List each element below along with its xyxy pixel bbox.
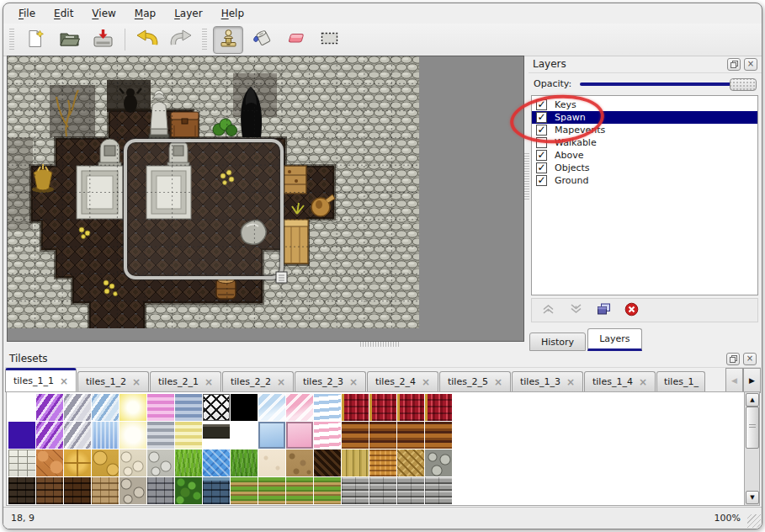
tab-close-icon[interactable]: × [422, 378, 430, 386]
tile-grass-bright[interactable] [175, 450, 202, 476]
tile-panel-pink[interactable] [286, 422, 313, 449]
layer-visibility-checkbox[interactable] [536, 137, 547, 148]
layer-row-walkable[interactable]: Walkable [532, 136, 757, 149]
layer-row-ground[interactable]: ✓Ground [532, 174, 757, 187]
tile-path-grass[interactable] [286, 477, 313, 504]
map-canvas[interactable] [8, 56, 419, 328]
tile-stone-blocks[interactable] [8, 450, 35, 476]
tileset-tab-tiles_2_3[interactable]: tiles_2_3× [295, 371, 366, 391]
tile-sand-pale[interactable] [258, 450, 285, 476]
scroll-down-icon[interactable]: ▼ [746, 491, 759, 504]
tile-curtain-red[interactable] [369, 394, 396, 421]
tile-brick-blue[interactable] [203, 477, 230, 504]
scroll-tabs-right-icon[interactable]: ▶ [743, 368, 761, 393]
tile-empty[interactable] [8, 394, 35, 421]
tile-curtain-red[interactable] [342, 394, 369, 421]
tab-close-icon[interactable]: × [639, 378, 647, 386]
tileset-tab-tiles_1_3[interactable]: tiles_1_3× [512, 371, 583, 391]
tile-planks-gray[interactable] [342, 477, 369, 504]
selection-resize-handle[interactable] [276, 272, 287, 283]
tile-water-blue[interactable] [203, 450, 230, 476]
tile-stripes-yellow[interactable] [175, 422, 202, 449]
tab-close-icon[interactable]: × [205, 378, 213, 386]
scroll-tabs-left-icon[interactable]: ◀ [725, 368, 743, 393]
tile-flagstone-orange[interactable] [36, 450, 63, 476]
tile-pebble-beige[interactable] [120, 450, 146, 476]
tileset-tab-tiles_1_2[interactable]: tiles_1_2× [77, 371, 149, 391]
tile-black[interactable] [231, 394, 258, 421]
tile-beam-brown[interactable] [397, 422, 424, 449]
eraser-tool-button[interactable] [280, 26, 311, 54]
menu-layer[interactable]: Layer [166, 6, 210, 21]
horizontal-splitter-grip[interactable] [360, 342, 401, 347]
tile-solid-purple[interactable] [8, 422, 35, 449]
layer-visibility-checkbox[interactable]: ✓ [536, 150, 547, 161]
tile-dirt-rocks[interactable] [286, 450, 313, 476]
tile-planks-gray[interactable] [425, 477, 452, 504]
tile-curtain-red[interactable] [425, 394, 452, 421]
menu-edit[interactable]: Edit [45, 6, 82, 21]
layer-visibility-checkbox[interactable]: ✓ [536, 99, 547, 110]
tile-empty[interactable] [231, 422, 258, 449]
dock-tab-history[interactable]: History [529, 332, 586, 351]
tab-close-icon[interactable]: × [566, 378, 575, 386]
map-selection[interactable] [125, 141, 282, 278]
layer-row-above[interactable]: ✓Above [532, 149, 757, 162]
tile-brick-dark[interactable] [8, 477, 35, 504]
window-resize-grip[interactable] [747, 514, 761, 528]
layer-visibility-checkbox[interactable]: ✓ [536, 175, 547, 186]
redo-button[interactable] [166, 26, 196, 54]
save-file-button[interactable] [88, 26, 118, 54]
tile-crystal-blue[interactable] [92, 394, 119, 421]
tile-path-grass[interactable] [314, 477, 341, 504]
tab-close-icon[interactable]: × [132, 378, 141, 386]
tile-ribbon-pink[interactable] [314, 422, 341, 449]
layer-visibility-checkbox[interactable]: ✓ [536, 125, 547, 136]
tile-panel-blue[interactable] [258, 422, 285, 449]
tab-close-icon[interactable]: × [277, 378, 285, 386]
menu-view[interactable]: View [83, 6, 124, 21]
new-file-button[interactable] [20, 26, 50, 54]
delete-layer-button[interactable] [624, 303, 639, 318]
select-tool-button[interactable] [314, 26, 344, 54]
tile-water-crystal[interactable] [92, 422, 119, 449]
tileset-tab-tiles_1_1[interactable]: tiles_1_1× [5, 368, 77, 391]
tile-ribbon-blue[interactable] [314, 394, 341, 421]
tile-brick-brown[interactable] [36, 477, 63, 504]
tile-stripes-gray[interactable] [147, 422, 174, 449]
tile-crystal-purple[interactable] [36, 394, 63, 421]
tile-logs-gray[interactable] [425, 450, 452, 476]
tile-bamboo[interactable] [342, 450, 369, 476]
tile-herringbone[interactable] [397, 450, 424, 476]
tile-crystal-purple[interactable] [36, 422, 63, 449]
tile-beam-brown[interactable] [342, 422, 369, 449]
layer-row-spawn[interactable]: ✓Spawn [532, 111, 757, 124]
tile-glow-yellow[interactable] [120, 394, 146, 421]
menu-file[interactable]: File [10, 6, 44, 21]
opacity-slider-handle[interactable] [730, 78, 757, 91]
stamp-tool-button[interactable] [213, 26, 243, 54]
tileset-tab-tiles_2_2[interactable]: tiles_2_2× [222, 371, 294, 391]
tile-pebble-gray[interactable] [147, 450, 174, 476]
map-viewport[interactable] [7, 56, 524, 342]
undo-button[interactable] [132, 26, 162, 54]
tile-brick-gray[interactable] [147, 477, 174, 504]
tile-cobble-yellow[interactable] [92, 450, 119, 476]
dock-tab-layers[interactable]: Layers [587, 328, 641, 351]
palette-scrollbar[interactable]: ▲ ▼ [744, 392, 759, 505]
tab-close-icon[interactable]: × [349, 378, 358, 386]
tile-tile-yellow[interactable] [64, 450, 91, 476]
tab-close-icon[interactable]: × [60, 377, 68, 386]
tile-planks-gray[interactable] [397, 477, 424, 504]
menu-map[interactable]: Map [126, 6, 164, 21]
tile-brick-darkbrown[interactable] [64, 477, 91, 504]
float-panel-icon[interactable] [726, 353, 740, 365]
tile-crystal-gray[interactable] [64, 394, 91, 421]
toolbar-grip[interactable] [9, 29, 14, 51]
layer-visibility-checkbox[interactable]: ✓ [536, 162, 547, 173]
layer-row-mapevents[interactable]: ✓Mapevents [532, 124, 757, 136]
tab-close-icon[interactable]: × [494, 378, 502, 386]
tile-crystal-pink[interactable] [286, 394, 313, 421]
layer-row-keys[interactable]: ✓Keys [532, 98, 757, 111]
close-panel-icon[interactable]: × [743, 353, 757, 365]
